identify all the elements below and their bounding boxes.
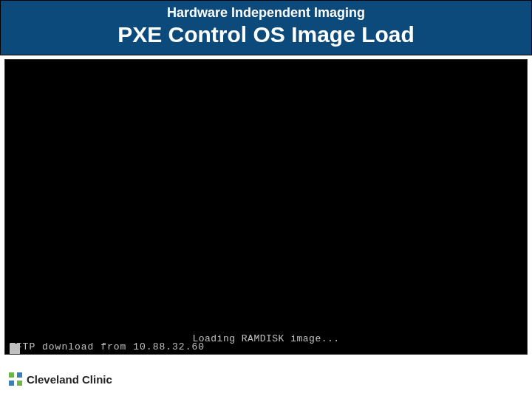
cleveland-clinic-icon — [9, 372, 22, 386]
header-title: PXE Control OS Image Load — [1, 22, 531, 47]
footer-brand-text: Cleveland Clinic — [27, 373, 112, 386]
tftp-download-line: TFTP download from 10.88.32.60 — [10, 341, 205, 352]
slide-header: Hardware Independent Imaging PXE Control… — [0, 0, 532, 55]
footer-brand: Cleveland Clinic — [9, 372, 112, 386]
boot-terminal: Loading RAMDISK image... TFTP download f… — [4, 59, 528, 355]
header-subtitle: Hardware Independent Imaging — [1, 5, 531, 21]
